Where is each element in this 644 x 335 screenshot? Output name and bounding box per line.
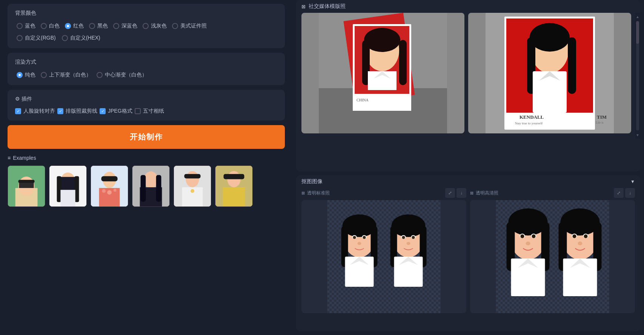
social-header: ⊠ 社交媒体模版照: [296, 0, 640, 13]
download-btn-1[interactable]: ↓: [456, 188, 466, 198]
svg-point-15: [102, 189, 106, 193]
svg-point-81: [402, 236, 405, 239]
svg-rect-18: [101, 176, 117, 182]
right-panel: ⊠ 社交媒体模版照: [292, 0, 644, 335]
start-button[interactable]: 开始制作: [8, 125, 285, 149]
bg-color-options: 蓝色 白色 红色 黑色 深蓝色 浅灰色: [15, 22, 277, 30]
matting-label-text-2: 透明高清照: [476, 190, 498, 196]
svg-point-20: [144, 171, 158, 188]
matting-image-2: ⊠ 透明高清照 ⤢ ↓: [470, 188, 635, 313]
radio-center-gradient[interactable]: 中心渐变（白色）: [95, 71, 149, 79]
plugin-crop-line[interactable]: 排版照裁剪线: [57, 108, 97, 115]
example-thumb-5[interactable]: [174, 165, 211, 207]
svg-rect-44: [353, 94, 411, 111]
matting-icon-1: ⊠: [301, 191, 305, 196]
svg-text:TIM: TIM: [597, 114, 607, 120]
svg-point-83: [407, 242, 410, 245]
render-mode-options: 纯色 上下渐变（白色） 中心渐变（白色）: [15, 71, 277, 79]
example-thumb-2[interactable]: [49, 165, 87, 207]
svg-rect-99: [511, 259, 545, 296]
radio-black[interactable]: 黑色: [88, 22, 109, 30]
matting-header-left: 抠图图像: [301, 178, 323, 185]
social-images-row: CHINA: [296, 13, 640, 139]
radio-vertical-gradient[interactable]: 上下渐变（白色）: [39, 71, 93, 79]
svg-rect-26: [184, 174, 200, 179]
matting-icon-2: ⊠: [470, 191, 473, 196]
matting-label-1: ⊠ 透明标准照 ⤢ ↓: [301, 188, 466, 198]
matting-image-1: ⊠ 透明标准照 ⤢ ↓: [301, 188, 466, 313]
radio-red[interactable]: 红色: [63, 22, 85, 30]
radio-solid[interactable]: 纯色: [15, 71, 37, 79]
svg-rect-110: [563, 259, 597, 296]
social-header-left: ⊠ 社交媒体模版照: [301, 3, 346, 10]
radio-circle-darkblue: [113, 23, 119, 29]
radio-circle-lightgray: [143, 23, 149, 29]
radio-darkblue[interactable]: 深蓝色: [112, 22, 139, 30]
svg-point-108: [584, 234, 588, 238]
svg-point-16: [107, 190, 112, 195]
radio-custom-rgb[interactable]: 自定义(RGB): [15, 34, 57, 42]
social-icon: ⊠: [301, 4, 306, 9]
svg-rect-11: [60, 190, 75, 207]
svg-rect-4: [18, 180, 34, 183]
radio-circle-custom-hex: [62, 35, 68, 41]
radio-circle-center-gradient: [97, 72, 103, 78]
radio-circle-custom-rgb: [17, 35, 23, 41]
render-mode-title: 渲染方式: [15, 59, 277, 66]
svg-text:Life is: Life is: [596, 121, 604, 124]
plugin-options: 人脸旋转对齐 排版照裁剪线 JPEG格式 五寸相纸: [15, 108, 277, 115]
svg-point-17: [114, 189, 117, 192]
scrollbar[interactable]: ▲ ▼: [635, 13, 640, 139]
plugins-title: ⚙插件: [15, 96, 277, 102]
matting-image-placeholder-2: [470, 200, 635, 313]
download-btn-2[interactable]: ↓: [625, 188, 635, 198]
expand-btn-1[interactable]: ⤢: [445, 188, 455, 198]
plugin-face-align[interactable]: 人脸旋转对齐: [15, 108, 55, 115]
svg-rect-5: [21, 196, 32, 207]
svg-rect-23: [156, 175, 161, 202]
svg-point-70: [353, 236, 356, 239]
scroll-down-arrow[interactable]: ▼: [635, 131, 640, 139]
svg-rect-31: [224, 174, 244, 179]
svg-point-109: [578, 242, 583, 245]
plugin-jpeg[interactable]: JPEG格式: [100, 108, 132, 115]
example-thumb-1[interactable]: [8, 165, 45, 207]
radio-circle-vertical-gradient: [41, 72, 47, 78]
matting-title: 抠图图像: [301, 178, 323, 185]
svg-point-28: [191, 189, 194, 193]
social-image-1: CHINA: [301, 13, 464, 133]
expand-btn-2[interactable]: ⤢: [614, 188, 624, 198]
example-thumb-6[interactable]: [215, 165, 253, 207]
radio-circle-solid: [17, 72, 23, 78]
radio-circle-blue: [17, 23, 23, 29]
radio-custom-hex[interactable]: 自定义(HEX): [60, 34, 102, 42]
examples-section: ≡ Examples: [8, 155, 285, 207]
bg-color-section: 背景颜色 蓝色 白色 红色 黑色 深蓝色: [8, 4, 285, 48]
svg-rect-22: [141, 175, 146, 202]
radio-white[interactable]: 白色: [39, 22, 61, 30]
matting-actions-1: ⤢ ↓: [445, 188, 466, 198]
plugins-section: ⚙插件 人脸旋转对齐 排版照裁剪线 JPEG格式 五寸相纸: [8, 90, 285, 121]
matting-collapse-icon[interactable]: ▼: [630, 179, 635, 184]
matting-header: 抠图图像 ▼: [296, 175, 640, 188]
example-thumb-4[interactable]: [132, 165, 170, 207]
example-thumb-3[interactable]: [91, 165, 128, 207]
radio-lightgray[interactable]: 浅灰色: [141, 22, 168, 30]
matting-images-row: ⊠ 透明标准照 ⤢ ↓: [296, 188, 640, 318]
menu-icon: ≡: [8, 155, 11, 161]
checkbox-5inch: [135, 108, 141, 114]
svg-point-50: [530, 23, 570, 52]
svg-point-98: [526, 242, 530, 245]
svg-rect-52: [568, 37, 576, 94]
svg-point-97: [532, 234, 536, 238]
radio-blue[interactable]: 蓝色: [15, 22, 37, 30]
svg-point-107: [573, 234, 576, 238]
scroll-track: [636, 21, 639, 130]
matting-label-text-1: 透明标准照: [307, 190, 330, 196]
radio-us-id[interactable]: 美式证件照: [171, 22, 208, 30]
radio-circle-black: [89, 23, 95, 29]
checkbox-face-align: [15, 108, 21, 114]
scroll-up-arrow[interactable]: ▲: [635, 13, 640, 20]
plugin-5inch[interactable]: 五寸相纸: [135, 108, 164, 115]
radio-circle-us-id: [172, 23, 178, 29]
